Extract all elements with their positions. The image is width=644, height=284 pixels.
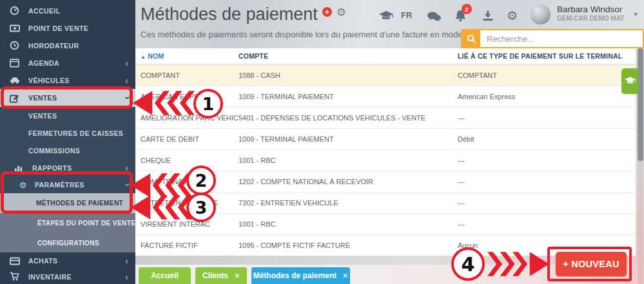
- sidebar-item-rapports[interactable]: RAPPORTS ‹: [0, 159, 135, 176]
- user-menu-caret-icon[interactable]: ▾: [634, 10, 638, 19]
- sidebar: ACCUEIL POINT DE VENTE HORODATEUR AGENDA…: [0, 0, 135, 284]
- close-icon[interactable]: ✕: [342, 272, 348, 280]
- sidebar-item-label: FERMETURES DE CAISSES: [28, 129, 123, 137]
- sidebar-item-label: INVENTAIRE: [28, 273, 72, 281]
- chevron-left-icon: ‹: [125, 164, 128, 173]
- cart-icon: [9, 272, 20, 281]
- sidebar-item-label: RAPPORTS: [32, 164, 72, 172]
- sidebar-item-label: ACHATS: [28, 257, 57, 265]
- sidebar-item-etapes-du-point-de-vente[interactable]: ÉTAPES DU POINT DE VENTE: [0, 213, 135, 233]
- sidebar-item-vehicules[interactable]: VÉHICULES ‹: [0, 71, 135, 89]
- payment-methods-table: ▲NOM COMPTE LIÉ À CE TYPE DE PAIEMENT SU…: [135, 48, 636, 256]
- sidebar-item-label: MÉTHODES DE PAIEMENT: [36, 200, 123, 207]
- page-subtitle: Ces méthodes de paiements seront disponi…: [141, 30, 483, 39]
- open-tab-clients[interactable]: Clients ✕: [195, 267, 247, 284]
- scrollbar-thumb[interactable]: [638, 48, 643, 161]
- user-name: Barbara Windsor: [557, 5, 624, 14]
- open-tab-methodes-de-paiement[interactable]: Méthodes de paiement ✕: [251, 267, 350, 284]
- chat-icon[interactable]: [427, 12, 441, 24]
- page-title: Méthodes de paiement: [141, 5, 318, 24]
- main-content: Méthodes de paiement + ⚙ Ces méthodes de…: [135, 0, 644, 284]
- table-row[interactable]: CARTE DE DEBIT1009 - TERMINAL PAIEMENTDé…: [135, 128, 636, 149]
- sidebar-item-accueil[interactable]: ACCUEIL: [0, 2, 135, 19]
- sidebar-item-label: PARAMÈTRES: [35, 181, 84, 189]
- chevron-down-icon: ‹: [122, 184, 132, 187]
- table-row[interactable]: ENTRETIEN VEHICULE7302 - ENTRETIEN VEHIC…: [135, 192, 636, 213]
- user-organization: GEM-CAR DEMO MAT: [557, 15, 624, 22]
- clock-icon: [9, 41, 20, 50]
- sidebar-item-label: VENTES: [28, 94, 57, 102]
- sidebar-item-ventes-parent[interactable]: VENTES ‹: [0, 89, 135, 107]
- column-header-terminal[interactable]: LIÉ À CE TYPE DE PAIEMENT SUR LE TERMINA…: [458, 52, 636, 60]
- add-method-icon[interactable]: +: [322, 7, 332, 17]
- table-row[interactable]: COMPTANT1088 - CASHCOMPTANT: [135, 64, 636, 86]
- column-header-nom[interactable]: ▲NOM: [141, 52, 239, 60]
- sidebar-item-fermetures-de-caisses[interactable]: FERMETURES DE CAISSES: [0, 124, 135, 142]
- car-icon: [9, 76, 20, 84]
- sidebar-item-label: CONFIGURATIONS: [37, 240, 99, 247]
- help-academy-tab[interactable]: [621, 68, 638, 94]
- sidebar-item-label: VÉHICULES: [28, 77, 70, 84]
- chevron-left-icon: ‹: [125, 59, 128, 68]
- chevron-down-icon: ‹: [122, 97, 132, 100]
- gear-icon[interactable]: ⚙: [507, 8, 518, 23]
- search-bar: [461, 29, 644, 48]
- sidebar-item-horodateur[interactable]: HORODATEUR: [0, 37, 135, 54]
- chevron-left-icon: ‹: [125, 76, 128, 85]
- sidebar-item-agenda[interactable]: AGENDA ‹: [0, 54, 135, 71]
- sidebar-item-configurations[interactable]: CONFIGURATIONS: [0, 233, 135, 252]
- column-header-compte[interactable]: COMPTE: [239, 52, 458, 60]
- sidebar-item-label: COMMISSIONS: [28, 147, 80, 155]
- new-button[interactable]: + NOUVEAU: [556, 252, 627, 276]
- sidebar-item-label: HORODATEUR: [28, 42, 79, 50]
- sidebar-item-label: ÉTAPES DU POINT DE VENTE: [37, 220, 135, 227]
- sort-asc-icon: ▲: [141, 54, 146, 60]
- edit-icon: [9, 93, 20, 103]
- chevron-left-icon: ‹: [125, 256, 128, 265]
- language-toggle[interactable]: FR: [401, 10, 412, 20]
- sidebar-item-achats[interactable]: ACHATS ‹: [0, 252, 135, 269]
- dashboard-icon: [9, 6, 20, 15]
- table-row[interactable]: AMERICAN EXPRESS1009 - TERMINAL PAIEMENT…: [135, 86, 636, 107]
- sidebar-item-label: POINT DE VENTE: [28, 24, 88, 32]
- calendar-icon: [9, 58, 20, 68]
- download-icon[interactable]: [482, 11, 494, 24]
- search-icon: [462, 30, 480, 47]
- academy-cap-icon[interactable]: [379, 11, 393, 24]
- sidebar-item-inventaire[interactable]: INVENTAIRE ‹: [0, 269, 135, 284]
- cash-icon: [9, 24, 20, 33]
- sidebar-item-label: VENTES: [28, 112, 57, 120]
- sidebar-item-methodes-de-paiement[interactable]: MÉTHODES DE PAIEMENT: [0, 193, 135, 213]
- gear-icon: ⚙: [17, 180, 28, 190]
- table-row[interactable]: VIREMENT INTERAC1001 - RBC---: [135, 213, 636, 234]
- search-input[interactable]: [480, 30, 643, 47]
- avatar[interactable]: [530, 4, 551, 25]
- close-icon[interactable]: ✕: [234, 272, 240, 280]
- table-row[interactable]: AMÉLIORATION PARC VÉHICULE5401 - DÉPENSE…: [135, 107, 636, 128]
- settings-gear-icon[interactable]: ⚙: [337, 6, 346, 19]
- chevron-left-icon: ‹: [125, 272, 128, 281]
- table-row[interactable]: CHEQUE1001 - RBC---: [135, 149, 636, 171]
- bar-chart-icon: [13, 164, 24, 172]
- table-row[interactable]: COMPTE NATIONAL1202 - COMPTE NATIONAL À …: [135, 171, 636, 192]
- user-menu[interactable]: Barbara Windsor GEM-CAR DEMO MAT: [557, 5, 624, 22]
- sidebar-item-label: ACCUEIL: [28, 7, 60, 15]
- table-header-row: ▲NOM COMPTE LIÉ À CE TYPE DE PAIEMENT SU…: [135, 48, 636, 64]
- purchases-icon: [9, 257, 20, 265]
- sidebar-item-point-de-vente[interactable]: POINT DE VENTE: [0, 19, 135, 37]
- sidebar-item-parametres[interactable]: ⚙ PARAMÈTRES ‹: [0, 176, 135, 193]
- sidebar-item-label: AGENDA: [28, 59, 59, 67]
- open-tab-accueil[interactable]: Accueil: [139, 267, 191, 284]
- sidebar-item-commissions[interactable]: COMMISSIONS: [0, 142, 135, 159]
- notification-count-badge: 2: [462, 4, 472, 14]
- sidebar-item-ventes[interactable]: VENTES: [0, 107, 135, 124]
